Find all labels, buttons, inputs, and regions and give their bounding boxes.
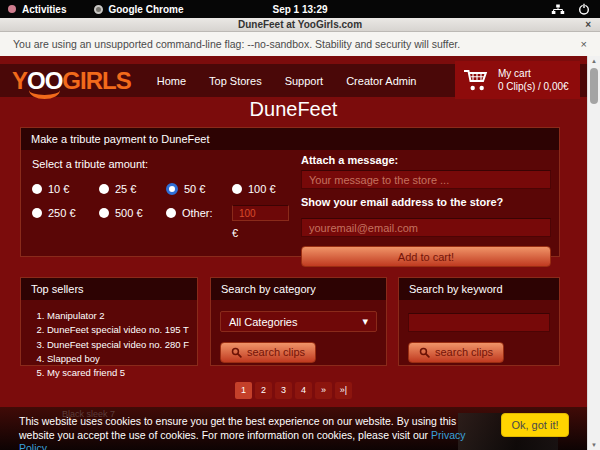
- scrollbar-thumb[interactable]: [590, 68, 598, 104]
- logo-text: Y: [12, 66, 27, 96]
- message-label: Attach a message:: [301, 154, 551, 166]
- radio-icon: [32, 184, 42, 194]
- add-to-cart-button[interactable]: Add to cart!: [301, 246, 551, 267]
- activities-button[interactable]: Activities: [8, 4, 66, 15]
- warning-message: You are using an unsupported command-lin…: [13, 38, 460, 50]
- top-seller-item[interactable]: Slapped boy: [47, 352, 197, 366]
- nav-item-creator-admin[interactable]: Creator Admin: [346, 75, 416, 87]
- scroll-down-icon[interactable]: ▼: [588, 442, 600, 448]
- tribute-panel: Make a tribute payment to DuneFeet Selec…: [20, 127, 560, 257]
- activities-label: Activities: [22, 4, 66, 15]
- window-close-icon[interactable]: ×: [585, 18, 591, 31]
- cookie-accept-button[interactable]: Ok, got it!: [501, 413, 569, 437]
- radio-icon: [99, 184, 109, 194]
- nav-item-support[interactable]: Support: [285, 75, 324, 87]
- currency-symbol: €: [232, 227, 292, 239]
- category-selected-value: All Categories: [229, 316, 297, 328]
- radio-icon: [166, 183, 178, 195]
- search-category-header: Search by category: [211, 278, 386, 300]
- clock[interactable]: Sep 1 13:29: [272, 4, 327, 15]
- page-button-2[interactable]: 2: [255, 382, 272, 399]
- search-clips-keyword-button[interactable]: search clips: [408, 342, 504, 363]
- radio-icon: [232, 184, 242, 194]
- site-header: YOOGIRLS Home Top Stores Support Creator…: [0, 64, 587, 97]
- chevron-down-icon: ▾: [362, 315, 368, 328]
- search-keyword-panel: Search by keyword search clips: [398, 277, 560, 366]
- radio-icon: [32, 208, 42, 218]
- cart-title: My cart: [498, 67, 569, 80]
- top-seller-item[interactable]: My scared friend 5: [47, 366, 197, 380]
- page-button-3[interactable]: 3: [275, 382, 292, 399]
- message-input[interactable]: [301, 170, 551, 189]
- amount-radio-500[interactable]: 500 €: [99, 205, 166, 221]
- page-button-last[interactable]: »|: [335, 382, 352, 399]
- cart-summary: 0 Clip(s) / 0,00€: [498, 80, 569, 93]
- tribute-amount-section: Select a tribute amount: 10 € 25 € 50 € …: [32, 158, 294, 239]
- other-amount-input[interactable]: [232, 205, 289, 221]
- vertical-scrollbar[interactable]: ▲ ▼: [587, 56, 600, 450]
- radio-icon: [99, 208, 109, 218]
- amount-radio-other[interactable]: Other:: [166, 205, 232, 221]
- category-select[interactable]: All Categories ▾: [220, 311, 377, 332]
- top-seller-item[interactable]: DuneFeet special video no. 280 F: [47, 338, 197, 352]
- page-button-next[interactable]: »: [315, 382, 332, 399]
- tribute-message-section: Attach a message: Show your email addres…: [301, 154, 551, 267]
- top-seller-item[interactable]: Manipulator 2: [47, 309, 197, 323]
- search-clips-category-button[interactable]: search clips: [220, 342, 316, 363]
- page-button-4[interactable]: 4: [295, 382, 312, 399]
- top-sellers-panel: Top sellers Manipulator 2 DuneFeet speci…: [20, 277, 198, 366]
- search-keyword-header: Search by keyword: [399, 278, 559, 300]
- search-icon: [419, 347, 430, 358]
- nav-item-home[interactable]: Home: [157, 75, 186, 87]
- amount-radio-50[interactable]: 50 €: [166, 183, 232, 195]
- chrome-warning-bar: You are using an unsupported command-lin…: [0, 32, 600, 56]
- scroll-up-icon[interactable]: ▲: [588, 58, 600, 64]
- chrome-icon: [94, 5, 103, 14]
- window-title: DuneFeet at YooGirls.com: [238, 19, 362, 30]
- main-nav: Home Top Stores Support Creator Admin: [157, 75, 417, 87]
- amount-radio-25[interactable]: 25 €: [99, 183, 166, 195]
- amount-radio-10[interactable]: 10 €: [32, 183, 99, 195]
- page-title: DuneFeet: [0, 98, 587, 121]
- pagination: 1 2 3 4 » »|: [0, 382, 587, 399]
- activities-icon: [8, 5, 16, 13]
- network-icon[interactable]: [551, 4, 565, 15]
- system-top-bar: Activities Google Chrome Sep 1 13:29: [0, 0, 600, 18]
- page-content: YOOGIRLS Home Top Stores Support Creator…: [0, 56, 600, 450]
- top-seller-item[interactable]: DuneFeet special video no. 195 T: [47, 323, 197, 337]
- my-cart-button[interactable]: My cart 0 Clip(s) / 0,00€: [455, 61, 580, 99]
- warning-close-icon[interactable]: ×: [581, 38, 587, 50]
- email-label: Show your email address to the store?: [301, 196, 551, 208]
- app-menu-button[interactable]: Google Chrome: [94, 4, 183, 15]
- keyword-input[interactable]: [408, 313, 550, 332]
- site-logo[interactable]: YOOGIRLS: [12, 66, 131, 96]
- amount-radio-100[interactable]: 100 €: [232, 183, 292, 195]
- logo-text-girls: GIRLS: [62, 66, 130, 96]
- top-sellers-list: Manipulator 2 DuneFeet special video no.…: [47, 309, 197, 380]
- power-icon[interactable]: [578, 3, 590, 15]
- window-title-bar: DuneFeet at YooGirls.com ×: [0, 18, 600, 32]
- tribute-panel-header: Make a tribute payment to DuneFeet: [21, 128, 559, 150]
- select-amount-label: Select a tribute amount:: [32, 158, 294, 170]
- cookie-message: This website uses cookies to ensure you …: [19, 415, 471, 450]
- amount-radio-250[interactable]: 250 €: [32, 205, 99, 221]
- app-menu-label: Google Chrome: [108, 4, 183, 15]
- cart-icon: [463, 67, 490, 93]
- radio-icon: [166, 208, 176, 218]
- top-sellers-header: Top sellers: [21, 278, 197, 300]
- page-button-1[interactable]: 1: [235, 382, 252, 399]
- email-input[interactable]: [301, 218, 551, 237]
- cookie-consent-bar: Black sleek 7 This website uses cookies …: [0, 407, 600, 450]
- nav-item-top-stores[interactable]: Top Stores: [209, 75, 262, 87]
- search-icon: [231, 347, 242, 358]
- search-category-panel: Search by category All Categories ▾ sear…: [210, 277, 387, 366]
- logo-eyes: OO: [27, 66, 62, 96]
